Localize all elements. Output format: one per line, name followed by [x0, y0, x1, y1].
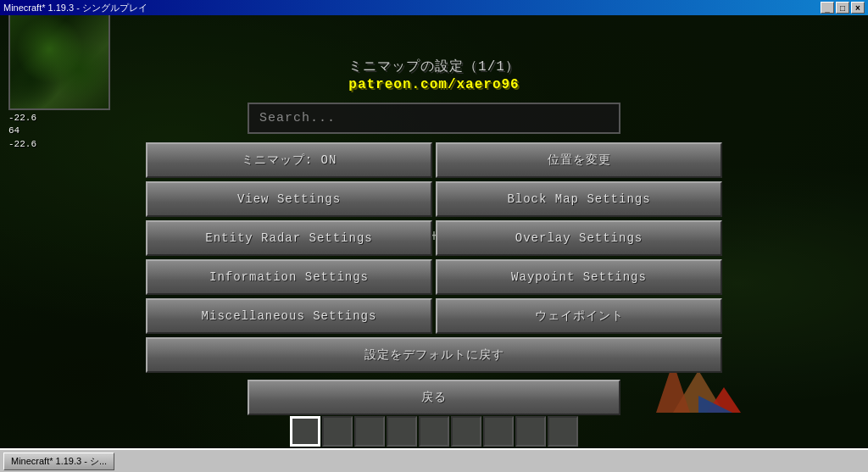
entity-radar-settings-button[interactable]: Entity Radar Settings: [146, 220, 432, 256]
page-title: ミニマップの設定（1/1）: [348, 58, 520, 75]
patreon-link: patreon.com/xaero96: [348, 77, 519, 92]
titlebar-buttons: _ □ ×: [821, 2, 865, 14]
close-button[interactable]: ×: [851, 2, 865, 14]
maximize-button[interactable]: □: [836, 2, 849, 14]
miscellaneous-settings-button[interactable]: Miscellaneous Settings: [146, 298, 432, 334]
view-settings-button[interactable]: View Settings: [146, 181, 432, 217]
block-map-settings-button[interactable]: Block Map Settings: [436, 181, 722, 217]
hotbar-slot-9: [548, 416, 578, 447]
hotbar-slot-1: [290, 416, 320, 447]
hotbar-slot-8: [515, 416, 546, 447]
back-button[interactable]: 戻る: [248, 380, 620, 415]
coord-x: -22.6: [8, 112, 36, 125]
search-container: [248, 103, 620, 134]
waypoint-settings-button[interactable]: Waypoint Settings: [436, 259, 722, 295]
change-position-button[interactable]: 位置を変更: [436, 142, 722, 178]
coordinates-display: -22.6 64 -22.6: [8, 112, 36, 151]
overlay-settings-button[interactable]: Overlay Settings: [436, 220, 722, 256]
hotbar: [290, 416, 578, 447]
hotbar-slot-2: [322, 416, 353, 447]
reset-defaults-button[interactable]: 設定をデフォルトに戻す: [146, 337, 722, 373]
hotbar-slot-3: [354, 416, 385, 447]
hotbar-slot-4: [387, 416, 417, 447]
settings-buttons-grid: ミニマップ: ON 位置を変更 View Settings Block Map …: [146, 142, 722, 373]
information-settings-button[interactable]: Information Settings: [146, 259, 432, 295]
coord-y: 64: [8, 125, 36, 137]
hotbar-slot-7: [483, 416, 514, 447]
search-input[interactable]: [248, 103, 620, 134]
main-container: ミニマップの設定（1/1） patreon.com/xaero96 ミニマップ:…: [0, 0, 868, 472]
coord-z: -22.6: [8, 138, 36, 151]
minimap-preview: [8, 8, 110, 110]
titlebar-text: Minecraft* 1.19.3 - シングルプレイ: [3, 2, 147, 14]
hotbar-slot-5: [419, 416, 449, 447]
back-button-container: 戻る: [146, 380, 722, 415]
windows-taskbar: Minecraft* 1.19.3 - シ...: [0, 448, 868, 472]
minimize-button[interactable]: _: [821, 2, 834, 14]
taskbar-item[interactable]: Minecraft* 1.19.3 - シ...: [3, 453, 114, 470]
hotbar-slot-6: [451, 416, 481, 447]
minimap-toggle-button[interactable]: ミニマップ: ON: [146, 142, 432, 178]
window-titlebar: Minecraft* 1.19.3 - シングルプレイ _ □ ×: [0, 0, 868, 15]
waypoints-button[interactable]: ウェイポイント: [436, 298, 722, 334]
